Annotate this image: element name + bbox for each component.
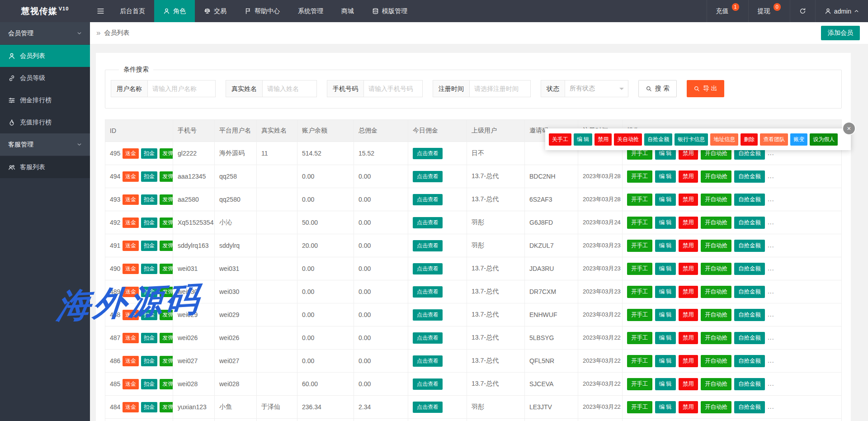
sidebar-item-1-1[interactable]: 会员列表 <box>0 45 90 67</box>
more-actions-button[interactable]: ... <box>768 172 774 180</box>
view-today-commission-button[interactable]: 点击查看 <box>413 402 443 413</box>
row-op-4[interactable]: 开自动抢 <box>701 378 731 390</box>
row-id-action-3[interactable]: 发弹窗 <box>160 310 173 320</box>
row-op-5[interactable]: 自抢金额 <box>734 170 765 183</box>
menu-toggle-button[interactable] <box>90 0 111 22</box>
row-op-2[interactable]: 编 辑 <box>655 332 676 344</box>
row-op-2[interactable]: 编 辑 <box>655 401 676 413</box>
view-today-commission-button[interactable]: 点击查看 <box>413 263 443 274</box>
row-id-action-3[interactable]: 发弹窗 <box>160 241 173 251</box>
search-button[interactable]: 搜 索 <box>638 80 677 97</box>
row-id-action-1[interactable]: 送金 <box>123 218 139 228</box>
row-id-action-3[interactable]: 发弹窗 <box>160 379 173 389</box>
row-id-action-2[interactable]: 扣金 <box>141 356 157 366</box>
popup-action-10[interactable]: 账变 <box>790 133 807 146</box>
popup-action-9[interactable]: 查看团队 <box>760 133 788 146</box>
row-op-2[interactable]: 编 辑 <box>655 309 676 321</box>
more-actions-button[interactable]: ... <box>768 403 774 410</box>
row-op-5[interactable]: 自抢金额 <box>734 240 765 252</box>
more-actions-button[interactable]: ... <box>768 357 774 364</box>
row-id-action-1[interactable]: 送金 <box>123 194 139 205</box>
more-actions-button[interactable]: ... <box>768 311 774 318</box>
row-id-action-1[interactable]: 送金 <box>123 356 139 366</box>
row-id-action-1[interactable]: 送金 <box>123 171 139 182</box>
row-op-1[interactable]: 开手工 <box>627 401 652 413</box>
sidebar-group-1[interactable]: 会员管理 <box>0 22 90 45</box>
more-actions-button[interactable]: ... <box>768 195 774 203</box>
row-id-action-2[interactable]: 扣金 <box>141 402 157 412</box>
row-op-5[interactable]: 自抢金额 <box>734 401 765 413</box>
row-id-action-2[interactable]: 扣金 <box>141 241 157 251</box>
row-id-action-2[interactable]: 扣金 <box>141 333 157 343</box>
view-today-commission-button[interactable]: 点击查看 <box>413 332 443 344</box>
row-op-5[interactable]: 自抢金额 <box>734 263 765 275</box>
popup-action-6[interactable]: 银行卡信息 <box>675 133 708 146</box>
row-op-2[interactable]: 编 辑 <box>655 355 676 367</box>
row-id-action-2[interactable]: 扣金 <box>141 310 157 320</box>
popup-action-11[interactable]: 设为假人 <box>810 133 838 146</box>
row-op-3[interactable]: 禁用 <box>679 194 698 206</box>
row-op-3[interactable]: 禁用 <box>679 286 698 298</box>
row-op-1[interactable]: 开手工 <box>627 332 652 344</box>
row-op-2[interactable]: 编 辑 <box>655 170 676 183</box>
sidebar-item-1-4[interactable]: 充值排行榜 <box>0 111 90 133</box>
sidebar-item-1-2[interactable]: 会员等级 <box>0 67 90 89</box>
row-id-action-3[interactable]: 发弹窗 <box>160 264 173 274</box>
nav-item-6[interactable]: 商城 <box>332 0 363 22</box>
export-button[interactable]: 导 出 <box>687 80 724 97</box>
view-today-commission-button[interactable]: 点击查看 <box>413 217 443 228</box>
row-op-3[interactable]: 禁用 <box>679 263 698 275</box>
row-op-1[interactable]: 开手工 <box>627 355 652 367</box>
row-id-action-1[interactable]: 送金 <box>123 264 139 274</box>
row-op-1[interactable]: 开手工 <box>627 263 652 275</box>
more-actions-button[interactable]: ... <box>768 265 774 272</box>
view-today-commission-button[interactable]: 点击查看 <box>413 240 443 251</box>
row-id-action-1[interactable]: 送金 <box>123 148 139 159</box>
row-op-3[interactable]: 禁用 <box>679 378 698 390</box>
row-id-action-3[interactable]: 发弹窗 <box>160 402 173 412</box>
more-actions-button[interactable]: ... <box>768 218 774 226</box>
row-op-1[interactable]: 开手工 <box>627 240 652 252</box>
top-action-2[interactable]: 提现0 <box>748 0 790 22</box>
row-op-4[interactable]: 开自动抢 <box>701 355 731 367</box>
popup-action-3[interactable]: 禁用 <box>594 133 612 146</box>
row-id-action-1[interactable]: 送金 <box>123 241 139 251</box>
row-id-action-2[interactable]: 扣金 <box>141 218 157 228</box>
row-op-3[interactable]: 禁用 <box>679 332 698 344</box>
row-id-action-3[interactable]: 发弹窗 <box>160 218 173 228</box>
more-actions-button[interactable]: ... <box>768 334 774 341</box>
row-id-action-2[interactable]: 扣金 <box>141 171 157 182</box>
row-op-1[interactable]: 开手工 <box>627 286 652 298</box>
field-input-3[interactable] <box>364 80 423 97</box>
nav-item-7[interactable]: 模版管理 <box>363 0 416 22</box>
status-select[interactable]: 所有状态 <box>565 80 628 97</box>
row-op-3[interactable]: 禁用 <box>679 240 698 252</box>
row-id-action-3[interactable]: 发弹窗 <box>160 148 173 159</box>
field-input-1[interactable] <box>148 80 216 97</box>
add-member-button[interactable]: 添加会员 <box>821 26 860 40</box>
row-id-action-3[interactable]: 发弹窗 <box>160 194 173 205</box>
row-id-action-3[interactable]: 发弹窗 <box>160 287 173 297</box>
row-op-5[interactable]: 自抢金额 <box>734 194 765 206</box>
row-op-5[interactable]: 自抢金额 <box>734 286 765 298</box>
row-id-action-3[interactable]: 发弹窗 <box>160 171 173 182</box>
view-today-commission-button[interactable]: 点击查看 <box>413 194 443 205</box>
field-input-4[interactable] <box>470 80 531 97</box>
popup-action-2[interactable]: 编 辑 <box>574 133 592 146</box>
popup-action-4[interactable]: 关自动抢 <box>614 133 642 146</box>
row-op-5[interactable]: 自抢金额 <box>734 332 765 344</box>
row-op-3[interactable]: 禁用 <box>679 309 698 321</box>
view-today-commission-button[interactable]: 点击查看 <box>413 148 443 159</box>
row-id-action-3[interactable]: 发弹窗 <box>160 333 173 343</box>
row-id-action-3[interactable]: 发弹窗 <box>160 356 173 366</box>
row-id-action-1[interactable]: 送金 <box>123 287 139 297</box>
row-op-1[interactable]: 开手工 <box>627 217 652 229</box>
row-op-3[interactable]: 禁用 <box>679 217 698 229</box>
sidebar-item-1-3[interactable]: 佣金排行榜 <box>0 89 90 111</box>
row-op-1[interactable]: 开手工 <box>627 309 652 321</box>
view-today-commission-button[interactable]: 点击查看 <box>413 171 443 182</box>
row-id-action-2[interactable]: 扣金 <box>141 379 157 389</box>
row-op-1[interactable]: 开手工 <box>627 194 652 206</box>
nav-item-5[interactable]: 系统管理 <box>289 0 332 22</box>
more-actions-button[interactable]: ... <box>768 288 774 295</box>
